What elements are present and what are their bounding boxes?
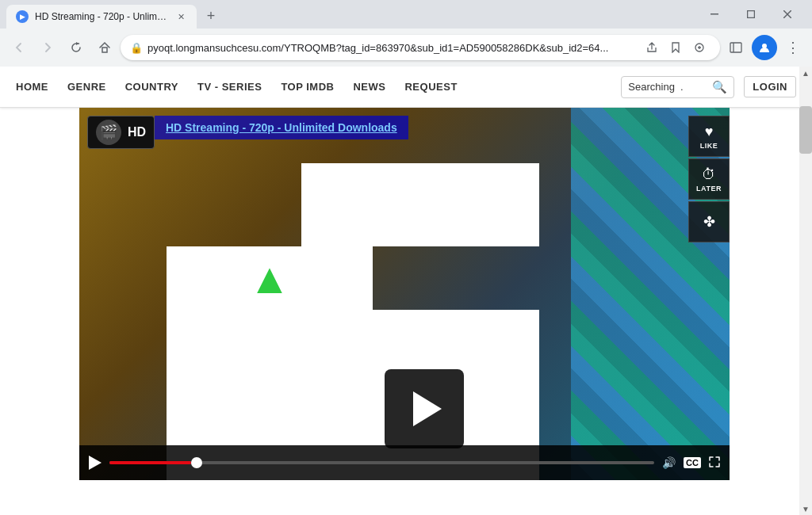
scroll-down-arrow[interactable]: ▼ (799, 502, 812, 515)
later-label: LATER (696, 185, 722, 193)
site-nav: HOME GENRE COUNTRY TV - SERIES TOP IMDb … (0, 67, 812, 108)
extensions-button[interactable] (688, 36, 710, 59)
close-button[interactable] (769, 0, 806, 29)
bookmark-button[interactable] (665, 36, 687, 59)
scrollbar[interactable]: ▲ ▼ (799, 67, 812, 515)
svg-marker-5 (672, 43, 679, 52)
active-tab[interactable]: ▶ HD Streaming - 720p - Unlimite... ✕ (6, 5, 197, 29)
fullscreen-button[interactable] (709, 456, 720, 470)
scroll-up-arrow[interactable]: ▲ (799, 67, 812, 79)
progress-knob[interactable] (191, 457, 202, 468)
video-controls: 🔊 CC (79, 445, 730, 480)
title-banner: HD Streaming - 720p - Unlimited Download… (155, 116, 408, 139)
dots-icon: ✤ (703, 213, 715, 231)
svg-rect-7 (730, 43, 741, 52)
search-box: 🔍 (621, 76, 734, 98)
svg-rect-0 (710, 13, 718, 15)
forward-button[interactable] (35, 35, 60, 60)
page-content: HOME GENRE COUNTRY TV - SERIES TOP IMDb … (0, 67, 812, 515)
share-button[interactable] (641, 36, 663, 59)
address-bar[interactable]: 🔒 pyoqt.longmansuchcesu.com/YTROQMB?tag_… (121, 35, 720, 60)
up-arrow-icon: ▲ (248, 257, 290, 299)
title-bar: ▶ HD Streaming - 720p - Unlimite... ✕ + (0, 0, 812, 29)
search-input[interactable] (628, 81, 707, 93)
nav-top-imdb[interactable]: TOP IMDb (281, 81, 334, 93)
nav-bar: 🔒 pyoqt.longmansuchcesu.com/YTROQMB?tag_… (0, 29, 812, 67)
window-controls (696, 0, 806, 29)
nav-request[interactable]: REQUEST (404, 81, 457, 93)
nav-home[interactable]: HOME (16, 81, 48, 93)
new-tab-button[interactable]: + (200, 5, 222, 27)
tab-close-button[interactable]: ✕ (174, 10, 187, 23)
clock-icon: ⏱ (702, 166, 716, 183)
like-label: LIKE (700, 142, 718, 150)
play-icon (413, 391, 442, 426)
film-reel-icon: 🎬 (96, 120, 121, 145)
video-play-button[interactable] (89, 456, 102, 470)
video-player: 🎬 HD HD Streaming - 720p - Unlimited Dow… (79, 108, 730, 480)
svg-rect-1 (748, 11, 755, 18)
heart-icon: ♥ (705, 124, 714, 140)
menu-button[interactable]: ⋮ (780, 35, 806, 60)
play-button[interactable] (385, 369, 464, 448)
back-button[interactable] (6, 35, 32, 60)
address-actions (641, 36, 710, 59)
side-buttons: ♥ LIKE ⏱ LATER ✤ (688, 116, 730, 242)
home-button[interactable] (92, 35, 117, 60)
svg-rect-4 (102, 48, 107, 52)
ad-overlay-1[interactable] (301, 163, 539, 246)
minimize-button[interactable] (696, 0, 733, 29)
tab-area: ▶ HD Streaming - 720p - Unlimite... ✕ + (6, 0, 693, 29)
cc-button[interactable]: CC (684, 457, 701, 468)
maximize-button[interactable] (733, 0, 769, 29)
browser-window: ▶ HD Streaming - 720p - Unlimite... ✕ + (0, 0, 812, 515)
login-button[interactable]: LOGIN (744, 76, 796, 97)
progress-fill (109, 461, 191, 464)
nav-genre[interactable]: GENRE (67, 81, 106, 93)
ad-overlay-2[interactable]: ▲ (167, 246, 373, 310)
hd-badge: 🎬 HD (87, 116, 155, 149)
like-button[interactable]: ♥ LIKE (688, 116, 730, 157)
profile-button[interactable] (752, 35, 777, 60)
ad-overlay-3[interactable] (167, 310, 373, 357)
tab-title: HD Streaming - 720p - Unlimite... (35, 11, 168, 22)
video-title: HD Streaming - 720p - Unlimited Download… (166, 121, 397, 134)
lock-icon: 🔒 (130, 42, 143, 54)
nav-country[interactable]: COUNTRY (125, 81, 178, 93)
nav-news[interactable]: NEWS (353, 81, 385, 93)
refresh-button[interactable] (63, 35, 89, 60)
sidebar-button[interactable] (723, 35, 749, 60)
hd-label: HD (128, 125, 146, 139)
tab-favicon: ▶ (16, 10, 29, 23)
scrollbar-thumb[interactable] (799, 106, 812, 154)
search-icon[interactable]: 🔍 (712, 80, 727, 94)
later-button[interactable]: ⏱ LATER (688, 158, 730, 200)
volume-icon[interactable]: 🔊 (662, 456, 676, 469)
nav-links: HOME GENRE COUNTRY TV - SERIES TOP IMDb … (16, 81, 621, 93)
progress-bar[interactable] (109, 461, 654, 464)
more-button[interactable]: ✤ (688, 201, 730, 242)
nav-tv-series[interactable]: TV - SERIES (197, 81, 262, 93)
url-text: pyoqt.longmansuchcesu.com/YTROQMB?tag_id… (147, 42, 636, 54)
